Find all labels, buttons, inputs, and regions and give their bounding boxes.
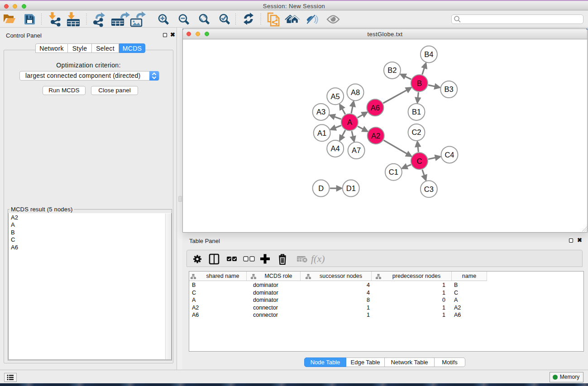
svg-text:B1: B1 bbox=[412, 108, 421, 116]
svg-text:B3: B3 bbox=[445, 85, 454, 93]
svg-text:B4: B4 bbox=[424, 50, 433, 58]
svg-text:A3: A3 bbox=[316, 108, 325, 116]
svg-text:A2: A2 bbox=[371, 132, 380, 140]
svg-text:D1: D1 bbox=[346, 184, 356, 192]
svg-text:A4: A4 bbox=[331, 144, 340, 152]
svg-text:f(x): f(x) bbox=[311, 253, 325, 264]
svg-text:C1: C1 bbox=[389, 168, 398, 176]
svg-text:C3: C3 bbox=[424, 185, 434, 193]
svg-text:C2: C2 bbox=[411, 128, 421, 136]
svg-text:A5: A5 bbox=[331, 92, 340, 100]
svg-text:C4: C4 bbox=[445, 151, 454, 159]
svg-text:A1: A1 bbox=[317, 129, 326, 137]
svg-text:A7: A7 bbox=[352, 146, 361, 154]
svg-text:D: D bbox=[318, 184, 324, 192]
svg-text:A: A bbox=[347, 118, 352, 126]
svg-text:B2: B2 bbox=[387, 66, 397, 74]
svg-text:A8: A8 bbox=[351, 88, 360, 96]
svg-text:C: C bbox=[416, 157, 422, 165]
svg-text:B: B bbox=[417, 79, 422, 87]
svg-text:A6: A6 bbox=[371, 104, 380, 112]
